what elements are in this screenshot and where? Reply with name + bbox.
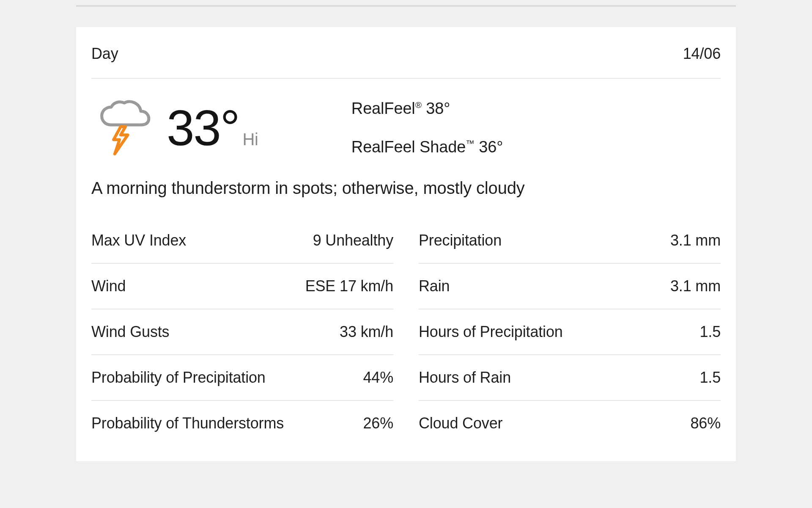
weather-card: Day 14/06 33° Hi RealFeel® 38° Re <box>76 27 736 461</box>
detail-row: Probability of Thunderstorms 26% <box>91 401 393 446</box>
detail-label: Rain <box>419 277 450 295</box>
detail-row: Wind Gusts 33 km/h <box>91 309 393 355</box>
detail-row: Precipitation 3.1 mm <box>419 218 721 264</box>
realfeel-shade-line: RealFeel Shade™ 36° <box>351 138 503 156</box>
temperature-block: 33° Hi <box>167 103 258 153</box>
date: 14/06 <box>683 45 721 63</box>
detail-label: Max UV Index <box>91 232 186 249</box>
realfeel-value: 38° <box>426 99 450 117</box>
divider <box>76 5 736 7</box>
details-col-right: Precipitation 3.1 mm Rain 3.1 mm Hours o… <box>419 218 721 446</box>
detail-row: Wind ESE 17 km/h <box>91 264 393 309</box>
detail-label: Cloud Cover <box>419 414 502 432</box>
hero-section: 33° Hi RealFeel® 38° RealFeel Shade™ 36° <box>91 79 721 179</box>
hi-label: Hi <box>242 130 258 149</box>
detail-value: 1.5 <box>700 323 721 341</box>
realfeel-shade-value: 36° <box>479 138 503 156</box>
detail-value: 86% <box>690 414 721 432</box>
detail-label: Wind Gusts <box>91 323 169 341</box>
registered-icon: ® <box>415 100 422 110</box>
realfeel-shade-label: RealFeel Shade <box>351 138 466 156</box>
detail-row: Max UV Index 9 Unhealthy <box>91 218 393 264</box>
detail-row: Cloud Cover 86% <box>419 401 721 446</box>
card-header: Day 14/06 <box>91 27 721 79</box>
details-grid: Max UV Index 9 Unhealthy Wind ESE 17 km/… <box>91 218 721 446</box>
detail-label: Probability of Thunderstorms <box>91 414 284 432</box>
detail-row: Rain 3.1 mm <box>419 264 721 309</box>
detail-row: Hours of Precipitation 1.5 <box>419 309 721 355</box>
detail-value: 9 Unhealthy <box>313 232 393 249</box>
realfeel-line: RealFeel® 38° <box>351 99 503 118</box>
details-col-left: Max UV Index 9 Unhealthy Wind ESE 17 km/… <box>91 218 393 446</box>
detail-label: Precipitation <box>419 232 502 249</box>
detail-value: 3.1 mm <box>670 232 721 249</box>
thunderstorm-icon <box>91 98 155 157</box>
detail-label: Probability of Precipitation <box>91 369 266 387</box>
trademark-icon: ™ <box>466 138 475 148</box>
detail-value: ESE 17 km/h <box>305 277 393 295</box>
detail-label: Hours of Rain <box>419 369 511 387</box>
detail-row: Probability of Precipitation 44% <box>91 355 393 401</box>
forecast-summary: A morning thunderstorm in spots; otherwi… <box>91 179 721 218</box>
detail-value: 33 km/h <box>340 323 393 341</box>
detail-label: Wind <box>91 277 126 295</box>
realfeel-block: RealFeel® 38° RealFeel Shade™ 36° <box>351 99 503 156</box>
detail-value: 44% <box>363 369 393 387</box>
detail-value: 3.1 mm <box>670 277 721 295</box>
detail-value: 1.5 <box>700 369 721 387</box>
detail-value: 26% <box>363 414 393 432</box>
period-title: Day <box>91 45 118 63</box>
realfeel-label: RealFeel <box>351 99 415 117</box>
detail-label: Hours of Precipitation <box>419 323 563 341</box>
temperature-value: 33° <box>167 103 239 153</box>
detail-row: Hours of Rain 1.5 <box>419 355 721 401</box>
